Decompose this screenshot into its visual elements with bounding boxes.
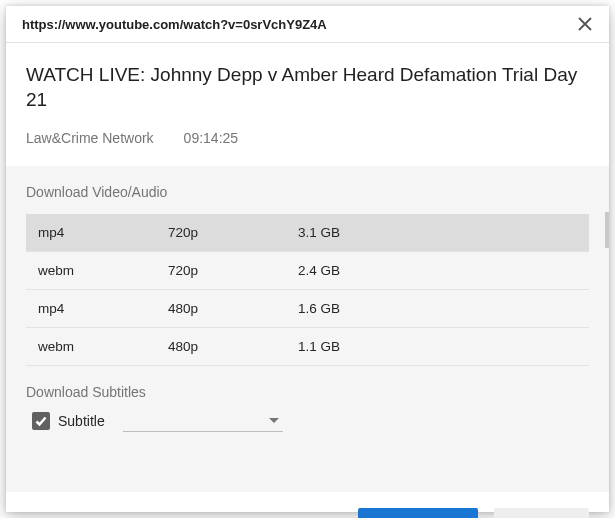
video-title: WATCH LIVE: Johnny Depp v Amber Heard De… bbox=[26, 63, 589, 112]
download-button[interactable]: DOWNLOAD bbox=[358, 508, 479, 518]
close-button[interactable] bbox=[575, 14, 595, 34]
format-size: 1.1 GB bbox=[298, 339, 589, 354]
format-row[interactable]: webm 480p 1.1 GB bbox=[26, 328, 589, 366]
video-meta: Law&Crime Network 09:14:25 bbox=[26, 130, 589, 146]
video-url: https://www.youtube.com/watch?v=0srVchY9… bbox=[22, 17, 327, 32]
format-ext: webm bbox=[38, 339, 168, 354]
video-audio-section-label: Download Video/Audio bbox=[26, 184, 589, 200]
dialog-content: WATCH LIVE: Johnny Depp v Amber Heard De… bbox=[6, 43, 609, 146]
format-size: 3.1 GB bbox=[298, 225, 589, 240]
format-quality: 480p bbox=[168, 339, 298, 354]
subtitle-checkbox[interactable] bbox=[32, 412, 50, 430]
format-quality: 480p bbox=[168, 301, 298, 316]
dialog-actions: DOWNLOAD CANCEL bbox=[6, 492, 609, 518]
subtitles-section-label: Download Subtitles bbox=[26, 384, 589, 400]
subtitle-checkbox-label: Subtitle bbox=[58, 413, 105, 429]
format-ext: mp4 bbox=[38, 301, 168, 316]
scrollbar[interactable] bbox=[605, 212, 609, 248]
download-options-section: Download Video/Audio mp4 720p 3.1 GB web… bbox=[6, 166, 609, 492]
check-icon bbox=[34, 414, 48, 428]
format-ext: webm bbox=[38, 263, 168, 278]
format-quality: 720p bbox=[168, 225, 298, 240]
cancel-button[interactable]: CANCEL bbox=[494, 508, 589, 518]
subtitle-row: Subtitle bbox=[26, 410, 589, 432]
format-row[interactable]: mp4 480p 1.6 GB bbox=[26, 290, 589, 328]
format-list: mp4 720p 3.1 GB webm 720p 2.4 GB mp4 480… bbox=[26, 214, 589, 366]
subtitle-select[interactable] bbox=[123, 410, 283, 432]
format-size: 1.6 GB bbox=[298, 301, 589, 316]
format-row[interactable]: webm 720p 2.4 GB bbox=[26, 252, 589, 290]
format-ext: mp4 bbox=[38, 225, 168, 240]
close-icon bbox=[578, 17, 592, 31]
video-duration: 09:14:25 bbox=[184, 130, 239, 146]
download-dialog: https://www.youtube.com/watch?v=0srVchY9… bbox=[6, 6, 609, 512]
dialog-header: https://www.youtube.com/watch?v=0srVchY9… bbox=[6, 6, 609, 43]
format-quality: 720p bbox=[168, 263, 298, 278]
channel-name: Law&Crime Network bbox=[26, 130, 154, 146]
format-row[interactable]: mp4 720p 3.1 GB bbox=[26, 214, 589, 252]
format-size: 2.4 GB bbox=[298, 263, 589, 278]
